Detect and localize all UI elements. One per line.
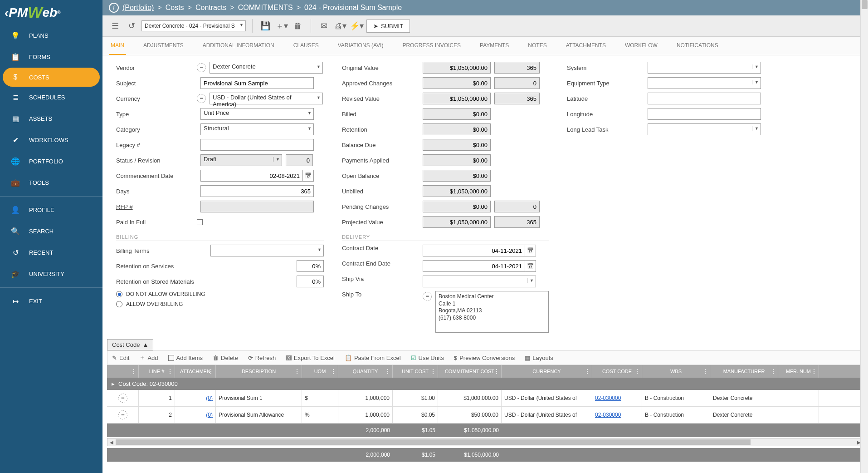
col-menu-icon[interactable]: ⋮ xyxy=(702,368,708,375)
list-icon[interactable]: ☰ xyxy=(109,20,122,32)
col-attachmen[interactable]: ATTACHMEN⋮ xyxy=(175,365,216,378)
col-menu-icon[interactable]: ⋮ xyxy=(430,368,436,375)
export-button[interactable]: XExport To Excel xyxy=(286,355,335,361)
preview-button[interactable]: $Preview Conversions xyxy=(454,355,515,361)
breadcrumb-portfolio[interactable]: (Portfolio) xyxy=(122,4,154,12)
col-unitcost[interactable]: UNIT COST⋮ xyxy=(393,365,438,378)
attachment-link[interactable]: (0) xyxy=(206,412,213,418)
col-menu-icon[interactable]: ⋮ xyxy=(811,368,817,375)
additems-button[interactable]: Add Items xyxy=(168,355,203,361)
row-menu-icon[interactable]: ••• xyxy=(118,394,127,403)
delete-icon[interactable]: 🗑 xyxy=(292,20,304,32)
contractdate-input[interactable] xyxy=(423,245,525,256)
scroll-left-icon[interactable]: ◀ xyxy=(107,439,116,446)
record-selector[interactable]: Dexter Concrete - 024 - Provisional S xyxy=(141,20,246,31)
subject-input[interactable] xyxy=(200,77,314,89)
lookup-icon[interactable]: ••• xyxy=(197,94,206,103)
type-select[interactable]: Unit Price xyxy=(200,108,314,120)
grid-tab-costcode[interactable]: Cost Code▲ xyxy=(107,339,153,350)
save-icon[interactable]: 💾 xyxy=(259,20,272,32)
sidebar-item-workflows[interactable]: ✔WORKFLOWS xyxy=(0,129,102,151)
lookup-icon[interactable]: ••• xyxy=(197,63,206,72)
category-select[interactable]: Structural xyxy=(200,123,314,135)
calendar-icon[interactable] xyxy=(525,245,536,256)
sidebar-item-forms[interactable]: 📋FORMS xyxy=(0,46,102,68)
col-line[interactable]: LINE #⋮ xyxy=(139,365,175,378)
add-icon[interactable]: ＋▾ xyxy=(275,20,288,32)
retentiononservices-input[interactable] xyxy=(297,260,324,272)
layouts-button[interactable]: ▦Layouts xyxy=(525,355,553,361)
calendar-icon[interactable] xyxy=(303,170,314,182)
longitude-input[interactable] xyxy=(648,108,761,120)
tab-variationsavi[interactable]: VARIATIONS (AVI) xyxy=(336,37,385,55)
col-menu-icon[interactable]: ⋮ xyxy=(167,368,173,375)
col-menu-icon[interactable]: ⋮ xyxy=(493,368,500,375)
col-uom[interactable]: UOM⋮ xyxy=(302,365,338,378)
table-row[interactable]: •••2(0)Provisional Sum Allowance%1,000,0… xyxy=(107,407,863,424)
col-description[interactable]: DESCRIPTION⋮ xyxy=(216,365,302,378)
col-menu-icon[interactable]: ⋮ xyxy=(330,368,336,375)
col-wbs[interactable]: WBS⋮ xyxy=(642,365,710,378)
tab-main[interactable]: MAIN xyxy=(109,37,126,55)
tab-notes[interactable]: NOTES xyxy=(526,37,548,55)
commencementdate-input[interactable] xyxy=(200,170,303,182)
tab-adjustments[interactable]: ADJUSTMENTS xyxy=(141,37,185,55)
col-costcode[interactable]: COST CODE⋮ xyxy=(592,365,642,378)
col-mfrnum[interactable]: MFR. NUM⋮ xyxy=(778,365,819,378)
legacy-input[interactable] xyxy=(200,139,314,151)
no-overbill-radio[interactable] xyxy=(116,291,122,297)
col-action[interactable]: ⋮ xyxy=(107,365,139,378)
contractenddate-input[interactable] xyxy=(423,260,525,272)
breadcrumb-costs[interactable]: Costs xyxy=(166,4,184,12)
col-menu-icon[interactable]: ⋮ xyxy=(584,368,590,375)
delete-button[interactable]: 🗑Delete xyxy=(213,355,238,361)
vertical-scrollbar[interactable] xyxy=(860,0,868,473)
scroll-thumb[interactable] xyxy=(116,439,751,445)
sidebar-item-university[interactable]: 🎓UNIVERSITY xyxy=(0,263,102,285)
col-menu-icon[interactable]: ⋮ xyxy=(208,368,214,375)
refresh-button[interactable]: ⟳Refresh xyxy=(248,355,276,361)
sidebar-item-costs[interactable]: $COSTS xyxy=(3,68,100,87)
vendor-select[interactable]: Dexter Concrete xyxy=(210,62,323,74)
equipmenttype-select[interactable] xyxy=(648,77,761,89)
costcode-link[interactable]: 02-030000 xyxy=(595,412,621,418)
edit-button[interactable]: ✎Edit xyxy=(112,355,129,361)
allow-overbill-radio[interactable] xyxy=(116,301,122,307)
status-select[interactable]: Draft xyxy=(200,154,282,166)
sidebar-item-tools[interactable]: 💼TOOLS xyxy=(0,172,102,193)
shipvia-select[interactable] xyxy=(423,276,536,287)
attachment-link[interactable]: (0) xyxy=(206,395,213,401)
bolt-icon[interactable]: ⚡▾ xyxy=(350,20,363,32)
tab-progressinvoices[interactable]: PROGRESS INVOICES xyxy=(400,37,463,55)
tab-attachments[interactable]: ATTACHMENTS xyxy=(564,37,608,55)
sidebar-item-exit[interactable]: ↦EXIT xyxy=(0,291,102,312)
paidinfull-checkbox[interactable] xyxy=(197,219,203,225)
sidebar-item-plans[interactable]: 💡PLANS xyxy=(0,25,102,46)
group-row[interactable]: ▸Cost Code: 02-030000 xyxy=(107,378,863,390)
paste-button[interactable]: 📋Paste From Excel xyxy=(345,355,401,361)
calendar-icon[interactable] xyxy=(525,260,536,272)
tab-workflow[interactable]: WORKFLOW xyxy=(623,37,659,55)
currency-select[interactable]: USD - Dollar (United States of America) xyxy=(210,93,323,104)
add-button[interactable]: ＋Add xyxy=(139,354,158,362)
sidebar-item-search[interactable]: 🔍SEARCH xyxy=(0,221,102,242)
breadcrumb-commitments[interactable]: COMMITMENTS xyxy=(238,4,293,12)
days-input[interactable] xyxy=(200,185,314,197)
col-currency[interactable]: CURRENCY⋮ xyxy=(502,365,592,378)
sidebar-item-recent[interactable]: ↺RECENT xyxy=(0,242,102,263)
horizontal-scrollbar[interactable]: ◀ ▶ xyxy=(107,438,863,446)
col-quantity[interactable]: QUANTITY⋮ xyxy=(338,365,393,378)
sidebar-item-schedules[interactable]: ≣SCHEDULES xyxy=(0,87,102,108)
row-menu-icon[interactable]: ••• xyxy=(118,410,127,419)
tab-notifications[interactable]: NOTIFICATIONS xyxy=(675,37,720,55)
retentiononstoredmaterials-input[interactable] xyxy=(297,276,324,287)
breadcrumb-contracts[interactable]: Contracts xyxy=(195,4,226,12)
col-menu-icon[interactable]: ⋮ xyxy=(385,368,391,375)
col-menu-icon[interactable]: ⋮ xyxy=(294,368,300,375)
tab-clauses[interactable]: CLAUSES xyxy=(292,37,321,55)
history-icon[interactable]: ↺ xyxy=(125,20,138,32)
costcode-link[interactable]: 02-030000 xyxy=(595,395,621,401)
print-icon[interactable]: 🖨▾ xyxy=(334,20,346,32)
useunits-button[interactable]: ☑Use Units xyxy=(411,355,444,361)
col-menu-icon[interactable]: ⋮ xyxy=(131,368,137,375)
